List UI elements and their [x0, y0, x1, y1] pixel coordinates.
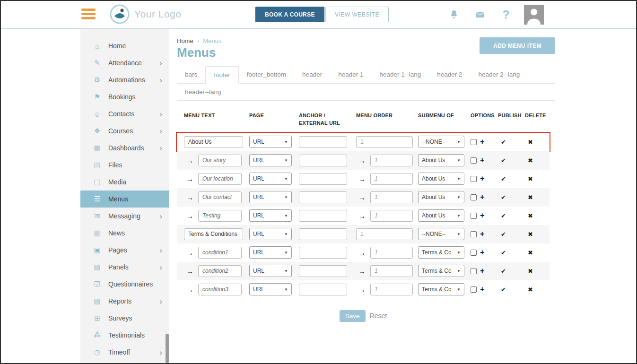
submenu-select[interactable]: --NONE--▼ [418, 136, 464, 148]
add-option-icon[interactable]: + [480, 156, 484, 164]
page-select[interactable]: URL▼ [249, 173, 292, 185]
inbox-envelope-icon[interactable] [467, 1, 493, 28]
notifications-bell-icon[interactable] [441, 1, 467, 28]
options-checkbox[interactable] [471, 157, 477, 164]
submenu-select[interactable]: About Us▼ [418, 173, 464, 185]
tab-header-1-lang[interactable]: header 1--lang [371, 66, 429, 83]
sidebar-item-home[interactable]: ⌂Home [80, 37, 169, 54]
sidebar-item-contacts[interactable]: ☺Contacts› [80, 105, 169, 122]
menu-text-input[interactable] [198, 284, 242, 295]
page-select[interactable]: URL▼ [249, 283, 292, 295]
page-select[interactable]: URL▼ [249, 265, 292, 277]
anchor-url-input[interactable] [299, 155, 347, 166]
menu-text-input[interactable] [184, 228, 243, 240]
menu-order-input[interactable] [356, 136, 413, 148]
sidebar-item-news[interactable]: ▥News [80, 225, 169, 242]
delete-x-icon[interactable]: ✖ [528, 231, 533, 238]
publish-check-icon[interactable]: ✔ [501, 139, 506, 146]
anchor-url-input[interactable] [299, 247, 347, 259]
tab-bars[interactable]: bars [177, 66, 205, 83]
user-avatar[interactable] [519, 1, 548, 28]
sidebar-item-bookings[interactable]: ⚑Bookings [80, 88, 169, 105]
menu-text-input[interactable] [184, 136, 243, 148]
add-menu-item-button[interactable]: ADD MENU ITEM [480, 37, 555, 54]
add-option-icon[interactable]: + [480, 138, 484, 146]
options-checkbox[interactable] [471, 268, 477, 274]
submenu-select[interactable]: About Us▼ [418, 209, 464, 222]
menu-order-input[interactable] [370, 191, 413, 203]
add-option-icon[interactable]: + [480, 230, 484, 238]
anchor-url-input[interactable] [299, 284, 347, 295]
book-a-course-button[interactable]: BOOK A COURSE [255, 7, 324, 22]
menu-text-input[interactable] [198, 191, 242, 203]
delete-x-icon[interactable]: ✖ [528, 212, 533, 219]
delete-x-icon[interactable]: ✖ [528, 268, 533, 275]
options-checkbox[interactable] [471, 176, 477, 182]
anchor-url-input[interactable] [299, 265, 347, 277]
submenu-select[interactable]: --NONE--▼ [418, 228, 464, 240]
save-button[interactable]: Save [340, 310, 366, 322]
publish-check-icon[interactable]: ✔ [501, 268, 506, 275]
reset-button[interactable]: Reset [370, 312, 387, 320]
options-checkbox[interactable] [471, 250, 477, 256]
menu-order-input[interactable] [370, 284, 413, 295]
page-select[interactable]: URL▼ [249, 228, 292, 240]
menu-order-input[interactable] [370, 265, 413, 277]
sidebar-item-messaging[interactable]: ✉Messaging› [80, 208, 169, 225]
publish-check-icon[interactable]: ✔ [501, 231, 506, 238]
menu-text-input[interactable] [198, 210, 242, 222]
page-select[interactable]: URL▼ [249, 154, 292, 166]
breadcrumb-home-link[interactable]: Home [177, 37, 193, 44]
options-checkbox[interactable] [471, 139, 477, 145]
sidebar-item-dashboards[interactable]: ▦Dashboards› [80, 139, 169, 156]
tab-header-1[interactable]: header 1 [330, 66, 371, 83]
menu-text-input[interactable] [198, 155, 242, 166]
anchor-url-input[interactable] [299, 136, 347, 148]
sidebar-item-questionnaires[interactable]: ☑Questionnaires [80, 276, 169, 293]
menu-text-input[interactable] [198, 265, 242, 277]
submenu-select[interactable]: Terms & Cc▼ [418, 246, 464, 259]
anchor-url-input[interactable] [299, 173, 347, 185]
publish-check-icon[interactable]: ✔ [501, 175, 506, 182]
page-select[interactable]: URL▼ [249, 246, 292, 259]
submenu-select[interactable]: Terms & Cc▼ [418, 265, 464, 277]
sidebar-item-panels[interactable]: ▧Panels› [80, 259, 169, 276]
sidebar-item-menus[interactable]: ☰Menus [80, 191, 169, 208]
tab-header-lang[interactable]: header--lang [177, 84, 229, 100]
tab-footer[interactable]: footer [205, 66, 239, 84]
delete-x-icon[interactable]: ✖ [528, 194, 533, 201]
options-checkbox[interactable] [471, 286, 477, 293]
delete-x-icon[interactable]: ✖ [528, 139, 533, 146]
submenu-select[interactable]: Terms & Cc▼ [418, 283, 464, 295]
delete-x-icon[interactable]: ✖ [528, 175, 533, 182]
sidebar-item-pages[interactable]: ▣Pages› [80, 242, 169, 259]
tab-header[interactable]: header [294, 66, 330, 83]
options-checkbox[interactable] [471, 194, 477, 200]
sidebar-item-files[interactable]: ▤Files [80, 156, 169, 173]
publish-check-icon[interactable]: ✔ [501, 194, 506, 201]
menu-order-input[interactable] [370, 173, 413, 185]
page-select[interactable]: URL▼ [249, 191, 292, 203]
page-select[interactable]: URL▼ [249, 209, 292, 222]
help-icon[interactable]: ? [493, 1, 519, 28]
tab-header-2[interactable]: header 2 [429, 66, 470, 83]
submenu-select[interactable]: About Us▼ [418, 191, 464, 203]
options-checkbox[interactable] [471, 231, 477, 237]
page-select[interactable]: URL▼ [249, 136, 292, 148]
delete-x-icon[interactable]: ✖ [528, 286, 533, 293]
add-option-icon[interactable]: + [480, 175, 484, 182]
menu-order-input[interactable] [370, 247, 413, 259]
sidebar-item-media[interactable]: ▢Media [80, 173, 169, 191]
add-option-icon[interactable]: + [480, 249, 484, 256]
add-option-icon[interactable]: + [480, 193, 484, 201]
anchor-url-input[interactable] [299, 228, 347, 240]
menu-order-input[interactable] [370, 210, 413, 222]
anchor-url-input[interactable] [299, 191, 347, 203]
add-option-icon[interactable]: + [480, 267, 484, 275]
hamburger-menu-icon[interactable] [81, 9, 96, 20]
sidebar-item-surveys[interactable]: ⊞Surveys [80, 310, 169, 327]
sidebar-item-automations[interactable]: ⚙Automations› [80, 71, 169, 88]
tab-footer-bottom[interactable]: footer_bottom [239, 66, 294, 83]
publish-check-icon[interactable]: ✔ [501, 157, 506, 164]
submenu-select[interactable]: About Us▼ [418, 154, 464, 166]
